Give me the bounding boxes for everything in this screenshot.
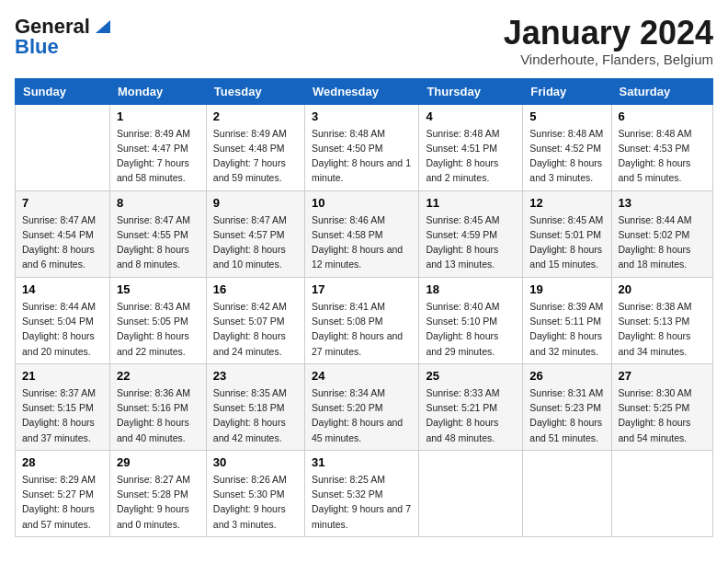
day-info: Sunrise: 8:26 AM Sunset: 5:30 PM Dayligh… — [213, 472, 298, 532]
day-number: 9 — [213, 196, 298, 210]
day-number: 8 — [117, 196, 199, 210]
col-header-sunday: Sunday — [16, 78, 110, 104]
day-number: 2 — [213, 109, 298, 123]
calendar-cell: 3Sunrise: 8:48 AM Sunset: 4:50 PM Daylig… — [304, 104, 418, 190]
calendar-cell: 17Sunrise: 8:41 AM Sunset: 5:08 PM Dayli… — [304, 277, 418, 363]
col-header-saturday: Saturday — [611, 78, 712, 104]
day-info: Sunrise: 8:36 AM Sunset: 5:16 PM Dayligh… — [117, 385, 199, 445]
day-number: 29 — [117, 455, 199, 469]
day-info: Sunrise: 8:48 AM Sunset: 4:50 PM Dayligh… — [312, 126, 412, 186]
day-info: Sunrise: 8:30 AM Sunset: 5:25 PM Dayligh… — [619, 385, 706, 445]
day-info: Sunrise: 8:44 AM Sunset: 5:04 PM Dayligh… — [22, 299, 103, 359]
calendar-cell: 7Sunrise: 8:47 AM Sunset: 4:54 PM Daylig… — [16, 190, 110, 277]
day-info: Sunrise: 8:48 AM Sunset: 4:51 PM Dayligh… — [426, 126, 516, 186]
calendar-cell: 9Sunrise: 8:47 AM Sunset: 4:57 PM Daylig… — [206, 190, 304, 277]
month-title: January 2024 — [504, 15, 713, 52]
day-number: 26 — [529, 369, 604, 383]
day-info: Sunrise: 8:49 AM Sunset: 4:48 PM Dayligh… — [213, 126, 298, 186]
day-number: 5 — [529, 109, 604, 123]
col-header-friday: Friday — [523, 78, 611, 104]
svg-marker-0 — [96, 20, 110, 33]
title-block: January 2024 Vinderhoute, Flanders, Belg… — [504, 15, 713, 67]
calendar-cell — [611, 450, 712, 536]
day-number: 4 — [426, 109, 516, 123]
day-info: Sunrise: 8:48 AM Sunset: 4:52 PM Dayligh… — [529, 126, 604, 186]
day-number: 3 — [312, 109, 412, 123]
day-number: 7 — [22, 196, 103, 210]
calendar-cell — [16, 104, 110, 190]
week-row-4: 21Sunrise: 8:37 AM Sunset: 5:15 PM Dayli… — [16, 363, 713, 450]
day-info: Sunrise: 8:27 AM Sunset: 5:28 PM Dayligh… — [117, 472, 199, 532]
header-row: SundayMondayTuesdayWednesdayThursdayFrid… — [16, 78, 713, 104]
calendar-cell: 26Sunrise: 8:31 AM Sunset: 5:23 PM Dayli… — [523, 363, 611, 450]
col-header-tuesday: Tuesday — [206, 78, 304, 104]
day-info: Sunrise: 8:38 AM Sunset: 5:13 PM Dayligh… — [619, 299, 706, 359]
day-number: 24 — [312, 369, 412, 383]
calendar-cell — [523, 450, 611, 536]
calendar-cell: 11Sunrise: 8:45 AM Sunset: 4:59 PM Dayli… — [419, 190, 523, 277]
day-info: Sunrise: 8:40 AM Sunset: 5:10 PM Dayligh… — [426, 299, 516, 359]
day-info: Sunrise: 8:34 AM Sunset: 5:20 PM Dayligh… — [312, 385, 412, 445]
week-row-5: 28Sunrise: 8:29 AM Sunset: 5:27 PM Dayli… — [16, 450, 713, 536]
logo-blue: Blue — [15, 35, 59, 59]
day-info: Sunrise: 8:49 AM Sunset: 4:47 PM Dayligh… — [117, 126, 199, 186]
calendar-cell: 2Sunrise: 8:49 AM Sunset: 4:48 PM Daylig… — [206, 104, 304, 190]
calendar-cell: 22Sunrise: 8:36 AM Sunset: 5:16 PM Dayli… — [110, 363, 207, 450]
calendar-cell: 5Sunrise: 8:48 AM Sunset: 4:52 PM Daylig… — [523, 104, 611, 190]
calendar-cell: 25Sunrise: 8:33 AM Sunset: 5:21 PM Dayli… — [419, 363, 523, 450]
calendar-cell: 21Sunrise: 8:37 AM Sunset: 5:15 PM Dayli… — [16, 363, 110, 450]
day-info: Sunrise: 8:25 AM Sunset: 5:32 PM Dayligh… — [312, 472, 412, 532]
day-number: 27 — [619, 369, 706, 383]
week-row-2: 7Sunrise: 8:47 AM Sunset: 4:54 PM Daylig… — [16, 190, 713, 277]
day-info: Sunrise: 8:47 AM Sunset: 4:54 PM Dayligh… — [22, 213, 103, 272]
day-number: 28 — [22, 455, 103, 469]
calendar-cell — [419, 450, 523, 536]
day-number: 10 — [312, 196, 412, 210]
calendar-cell: 12Sunrise: 8:45 AM Sunset: 5:01 PM Dayli… — [523, 190, 611, 277]
day-number: 21 — [22, 369, 103, 383]
location-subtitle: Vinderhoute, Flanders, Belgium — [504, 52, 713, 67]
day-info: Sunrise: 8:45 AM Sunset: 4:59 PM Dayligh… — [426, 213, 516, 272]
calendar-cell: 24Sunrise: 8:34 AM Sunset: 5:20 PM Dayli… — [304, 363, 418, 450]
week-row-3: 14Sunrise: 8:44 AM Sunset: 5:04 PM Dayli… — [16, 277, 713, 363]
day-number: 1 — [117, 109, 199, 123]
day-info: Sunrise: 8:47 AM Sunset: 4:57 PM Dayligh… — [213, 213, 298, 272]
day-number: 25 — [426, 369, 516, 383]
page-header: General Blue January 2024 Vinderhoute, F… — [15, 15, 713, 67]
calendar-cell: 14Sunrise: 8:44 AM Sunset: 5:04 PM Dayli… — [16, 277, 110, 363]
calendar-cell: 8Sunrise: 8:47 AM Sunset: 4:55 PM Daylig… — [110, 190, 207, 277]
day-info: Sunrise: 8:39 AM Sunset: 5:11 PM Dayligh… — [529, 299, 604, 359]
calendar-cell: 20Sunrise: 8:38 AM Sunset: 5:13 PM Dayli… — [611, 277, 712, 363]
calendar-cell: 31Sunrise: 8:25 AM Sunset: 5:32 PM Dayli… — [304, 450, 418, 536]
day-number: 16 — [213, 282, 298, 296]
day-info: Sunrise: 8:42 AM Sunset: 5:07 PM Dayligh… — [213, 299, 298, 359]
day-info: Sunrise: 8:33 AM Sunset: 5:21 PM Dayligh… — [426, 385, 516, 445]
calendar-cell: 4Sunrise: 8:48 AM Sunset: 4:51 PM Daylig… — [419, 104, 523, 190]
day-info: Sunrise: 8:37 AM Sunset: 5:15 PM Dayligh… — [22, 385, 103, 445]
day-info: Sunrise: 8:41 AM Sunset: 5:08 PM Dayligh… — [312, 299, 412, 359]
day-number: 6 — [619, 109, 706, 123]
day-info: Sunrise: 8:45 AM Sunset: 5:01 PM Dayligh… — [529, 213, 604, 272]
week-row-1: 1Sunrise: 8:49 AM Sunset: 4:47 PM Daylig… — [16, 104, 713, 190]
day-info: Sunrise: 8:46 AM Sunset: 4:58 PM Dayligh… — [312, 213, 412, 272]
day-number: 22 — [117, 369, 199, 383]
calendar-cell: 13Sunrise: 8:44 AM Sunset: 5:02 PM Dayli… — [611, 190, 712, 277]
day-info: Sunrise: 8:35 AM Sunset: 5:18 PM Dayligh… — [213, 385, 298, 445]
day-number: 17 — [312, 282, 412, 296]
calendar-cell: 23Sunrise: 8:35 AM Sunset: 5:18 PM Dayli… — [206, 363, 304, 450]
calendar-cell: 10Sunrise: 8:46 AM Sunset: 4:58 PM Dayli… — [304, 190, 418, 277]
calendar-cell: 30Sunrise: 8:26 AM Sunset: 5:30 PM Dayli… — [206, 450, 304, 536]
calendar-table: SundayMondayTuesdayWednesdayThursdayFrid… — [15, 78, 713, 537]
logo: General Blue — [15, 15, 112, 59]
calendar-cell: 19Sunrise: 8:39 AM Sunset: 5:11 PM Dayli… — [523, 277, 611, 363]
col-header-thursday: Thursday — [419, 78, 523, 104]
calendar-cell: 27Sunrise: 8:30 AM Sunset: 5:25 PM Dayli… — [611, 363, 712, 450]
day-number: 18 — [426, 282, 516, 296]
day-info: Sunrise: 8:29 AM Sunset: 5:27 PM Dayligh… — [22, 472, 103, 532]
calendar-cell: 15Sunrise: 8:43 AM Sunset: 5:05 PM Dayli… — [110, 277, 207, 363]
calendar-cell: 29Sunrise: 8:27 AM Sunset: 5:28 PM Dayli… — [110, 450, 207, 536]
calendar-cell: 6Sunrise: 8:48 AM Sunset: 4:53 PM Daylig… — [611, 104, 712, 190]
col-header-wednesday: Wednesday — [304, 78, 418, 104]
day-number: 12 — [529, 196, 604, 210]
day-number: 13 — [619, 196, 706, 210]
